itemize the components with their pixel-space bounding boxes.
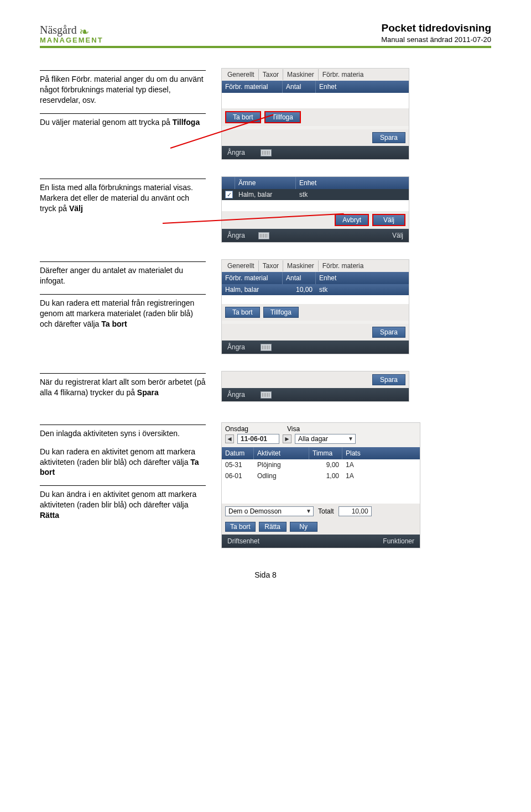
avbryt-button[interactable]: Avbryt xyxy=(335,214,369,226)
grid-body xyxy=(222,93,409,108)
angra-link[interactable]: Ångra xyxy=(227,232,245,239)
keyboard-icon[interactable] xyxy=(261,149,272,156)
bottom-toolbar: Ångra xyxy=(222,388,409,401)
ta-bort-button[interactable]: Ta bort xyxy=(225,522,256,532)
cell-aktivitet: Plöjning xyxy=(254,461,309,469)
user-value: Dem o Demosson xyxy=(228,507,282,515)
row-checkbox[interactable]: ✓ xyxy=(225,191,233,198)
valj-link[interactable]: Välj xyxy=(392,232,403,239)
summary-row: Dem o Demosson ▼ Totalt 10,00 xyxy=(222,504,420,519)
tab-maskiner[interactable]: Maskiner xyxy=(283,69,319,80)
keyboard-icon[interactable] xyxy=(261,344,272,351)
cell-material: Halm, balar xyxy=(222,286,283,294)
page-title: Pocket tidredovisning xyxy=(381,22,491,34)
ta-bort-button[interactable]: Ta bort xyxy=(225,111,261,123)
ratta-button[interactable]: Rätta xyxy=(259,522,287,532)
col-antal: Antal xyxy=(283,272,316,284)
screenshot-1: Generellt Taxor Maskiner Förbr. materia … xyxy=(221,68,409,160)
col-material: Förbr. material xyxy=(222,272,283,284)
s3-p2-b: Ta bort xyxy=(101,319,127,328)
cell-datum: 05-31 xyxy=(222,461,254,469)
col-enhet: Enhet xyxy=(316,272,409,284)
leaf-icon: ❧ xyxy=(79,28,89,35)
s2-p-pre: En lista med alla förbruknings material … xyxy=(40,183,193,213)
tab-forbr-material[interactable]: Förbr. materia xyxy=(319,260,368,271)
s5-p1: Den inlagda aktiviteten syns i översikte… xyxy=(40,429,180,438)
s1-p1: På fliken Förbr. material anger du om du… xyxy=(40,75,204,104)
keyboard-icon[interactable] xyxy=(261,391,272,399)
angra-link[interactable]: Ångra xyxy=(227,391,245,399)
screenshot-2: Ämne Enhet ✓ Halm, balar stk Avbryt Välj… xyxy=(221,176,409,243)
date-field[interactable]: 11-06-01 xyxy=(237,434,279,444)
header-right: Pocket tidredovisning Manual senast ändr… xyxy=(381,22,491,44)
tab-forbr-material[interactable]: Förbr. materia xyxy=(319,69,368,80)
col-datum: Datum xyxy=(222,447,254,459)
cell-plats: 1A xyxy=(342,472,420,480)
table-row[interactable]: 05-31 Plöjning 9,00 1A xyxy=(222,459,420,470)
tab-taxor[interactable]: Taxor xyxy=(259,260,283,271)
table-row[interactable]: 06-01 Odling 1,00 1A xyxy=(222,470,420,481)
cell-antal: 10,00 xyxy=(283,286,316,294)
tillfoga-button[interactable]: Tillfoga xyxy=(264,111,301,123)
visa-dropdown[interactable]: Alla dagar ▼ xyxy=(295,434,356,444)
cell-aktivitet: Odling xyxy=(254,472,309,480)
onsdag-label: Onsdag xyxy=(225,425,248,433)
section-4: När du registrerat klart allt som berör … xyxy=(40,371,491,406)
valj-button[interactable]: Välj xyxy=(372,214,405,226)
s2-p-b: Välj xyxy=(69,204,83,213)
col-check xyxy=(222,177,235,189)
section-1: På fliken Förbr. material anger du om du… xyxy=(40,68,491,160)
section-5: Den inlagda aktiviteten syns i översikte… xyxy=(40,422,491,548)
user-dropdown[interactable]: Dem o Demosson ▼ xyxy=(225,506,314,516)
funktioner-link[interactable]: Funktioner xyxy=(383,537,414,545)
logo-bottom: MANAGEMENT xyxy=(40,36,103,44)
s3-p1: Därefter anger du antalet av materialet … xyxy=(40,266,183,285)
col-plats: Plats xyxy=(342,447,420,459)
tab-generellt[interactable]: Generellt xyxy=(223,69,259,80)
totalt-value: 10,00 xyxy=(339,506,372,516)
chevron-down-icon: ▼ xyxy=(345,436,353,442)
bottom-toolbar: Ångra Välj xyxy=(222,229,409,242)
col-enhet: Enhet xyxy=(316,81,409,93)
visa-value: Alla dagar xyxy=(298,435,328,443)
tillfoga-button[interactable]: Tillfoga xyxy=(263,307,299,318)
ta-bort-button[interactable]: Ta bort xyxy=(225,307,260,318)
spara-button[interactable]: Spara xyxy=(372,374,405,385)
s1-p2-b: Tillfoga xyxy=(173,118,200,127)
cell-plats: 1A xyxy=(342,461,420,469)
ny-button[interactable]: Ny xyxy=(290,522,317,532)
totalt-label: Totalt xyxy=(318,507,334,515)
grid-row[interactable]: ✓ Halm, balar stk xyxy=(222,189,409,200)
page-header: Näsgård ❧ MANAGEMENT Pocket tidredovisni… xyxy=(40,22,491,48)
tab-generellt[interactable]: Generellt xyxy=(223,260,259,271)
cell-timma: 9,00 xyxy=(309,461,342,469)
section-3: Därefter anger du antalet av materialet … xyxy=(40,259,491,354)
driftsenhet-link[interactable]: Driftsenhet xyxy=(227,537,259,545)
tab-taxor[interactable]: Taxor xyxy=(259,69,283,80)
spara-button[interactable]: Spara xyxy=(372,327,405,338)
col-amne: Ämne xyxy=(235,177,296,189)
tab-maskiner[interactable]: Maskiner xyxy=(283,260,319,271)
visa-label: Visa xyxy=(287,425,300,433)
s5-p3-b: Rätta xyxy=(40,511,59,520)
screenshot-5: Onsdag Visa ◄ 11-06-01 ► Alla dagar ▼ Da… xyxy=(221,422,420,548)
grid-header: Förbr. material Antal Enhet xyxy=(222,81,409,93)
angra-link[interactable]: Ångra xyxy=(227,343,245,351)
s5-p3-pre: Du kan ändra i en aktivitet genom att ma… xyxy=(40,490,196,509)
col-aktivitet: Aktivitet xyxy=(254,447,309,459)
screenshot-3: Generellt Taxor Maskiner Förbr. materia … xyxy=(221,259,409,354)
spara-button[interactable]: Spara xyxy=(372,132,405,143)
page: Näsgård ❧ MANAGEMENT Pocket tidredovisni… xyxy=(0,0,531,596)
col-timma: Timma xyxy=(309,447,342,459)
grid-row[interactable]: Halm, balar 10,00 stk xyxy=(222,284,409,295)
tabs: Generellt Taxor Maskiner Förbr. materia xyxy=(222,69,409,81)
tabs: Generellt Taxor Maskiner Förbr. materia xyxy=(222,260,409,272)
keyboard-icon[interactable] xyxy=(258,232,269,239)
prev-arrow-icon[interactable]: ◄ xyxy=(225,434,234,443)
logo-top: Näsgård xyxy=(40,24,77,35)
angra-link[interactable]: Ångra xyxy=(227,149,245,156)
screenshot-4: Spara Ångra xyxy=(221,371,409,402)
next-arrow-icon[interactable]: ► xyxy=(283,434,291,443)
bottom-toolbar: Driftsenhet Funktioner xyxy=(222,535,420,548)
bottom-toolbar: Ångra xyxy=(222,340,409,354)
